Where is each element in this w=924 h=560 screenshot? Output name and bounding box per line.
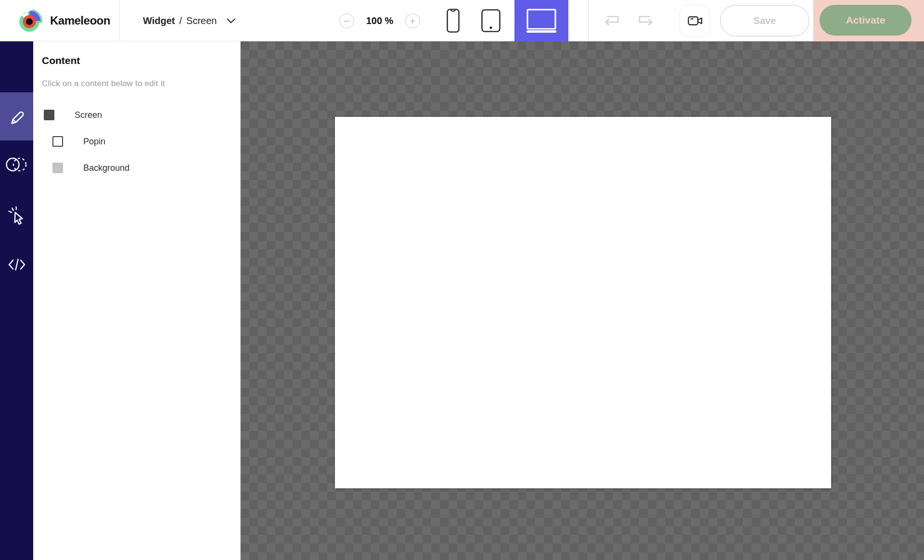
cursor-click-icon [6,205,27,226]
widget-artboard[interactable] [335,117,831,488]
header-divider [588,0,589,41]
sidebar-item-edit-selected[interactable] [0,92,33,140]
desktop-preview-button-selected[interactable] [514,0,568,41]
content-item-label: Popin [83,137,105,147]
undo-button[interactable] [603,15,620,26]
top-toolbar: Kameleoon Widget / Screen − 100 % + [0,0,924,41]
smartphone-icon [447,9,460,33]
sidebar-item-variations[interactable] [0,151,33,178]
content-item-popin[interactable]: Popin [33,135,241,148]
activate-button[interactable]: Activate [820,5,911,36]
mobile-preview-button[interactable] [440,0,465,41]
content-panel: Content Click on a content below to edit… [33,41,241,560]
tool-sidebar [0,41,33,560]
sidebar-item-code[interactable] [0,251,33,278]
tablet-icon [481,9,500,32]
brand: Kameleoon [17,0,110,41]
content-item-label: Background [83,163,129,173]
outlined-square-icon [52,136,63,147]
chevron-down-icon [227,18,235,24]
content-item-screen[interactable]: Screen [33,108,241,122]
screen-record-button[interactable] [680,5,710,37]
breadcrumb-screen: Screen [186,15,217,26]
sidebar-item-interactions[interactable] [0,202,33,229]
zoom-in-button[interactable]: + [405,13,420,28]
editor-canvas [241,41,924,560]
breadcrumb[interactable]: Widget / Screen [143,0,235,41]
light-square-icon [52,163,63,173]
circles-icon [5,156,29,173]
laptop-icon [526,9,557,33]
kameleoon-editor: Kameleoon Widget / Screen − 100 % + [0,0,924,560]
brand-name: Kameleoon [50,14,110,27]
content-item-background[interactable]: Background [33,161,241,175]
activate-zone: Activate [813,0,924,41]
breadcrumb-separator: / [179,15,182,26]
header-divider [119,0,120,41]
breadcrumb-widget: Widget [143,15,175,26]
content-item-label: Screen [75,110,102,120]
zoom-level: 100 % [366,15,394,26]
redo-button[interactable] [637,15,655,26]
panel-title: Content [42,55,80,66]
panel-subtitle: Click on a content below to edit it [42,79,165,89]
zoom-out-button[interactable]: − [339,13,354,28]
video-camera-icon [688,15,703,27]
redo-arrow-icon [637,15,655,26]
tablet-preview-button[interactable] [476,0,505,41]
kameleoon-logo-icon [17,7,42,34]
zoom-controls: − 100 % + [339,0,420,41]
pencil-icon [6,106,27,127]
code-icon [7,256,27,273]
dark-square-icon [44,110,54,120]
undo-arrow-icon [603,15,620,26]
save-button[interactable]: Save [720,5,809,37]
